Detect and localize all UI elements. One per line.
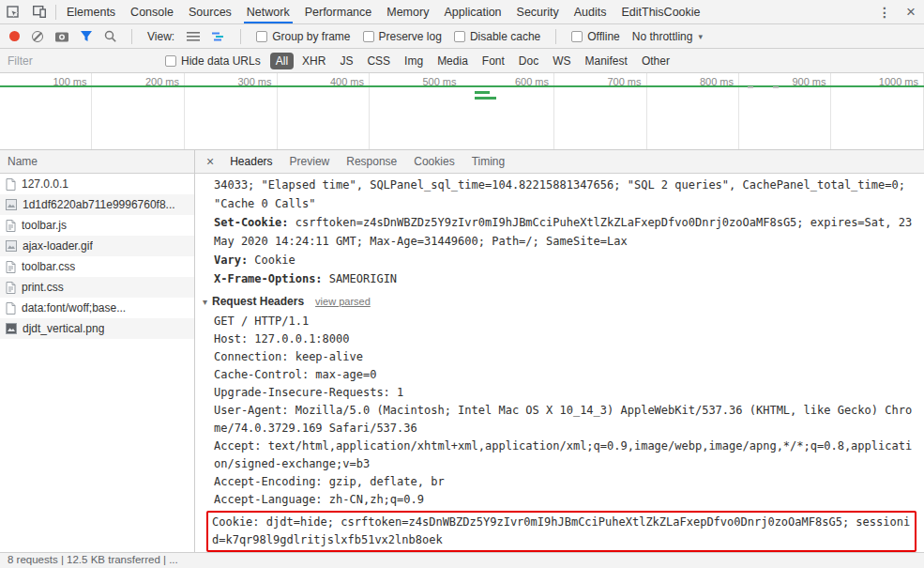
request-name: 127.0.0.1	[22, 177, 68, 191]
kebab-menu-icon[interactable]: ⋮	[871, 5, 898, 20]
image-icon	[6, 323, 17, 334]
ruler-tick: 200 ms	[93, 73, 186, 92]
preserve-log-label: Preserve log	[379, 30, 442, 43]
tab-detail-cookies[interactable]: Cookies	[405, 150, 462, 173]
request-header-raw: Upgrade-Insecure-Requests: 1	[214, 384, 916, 402]
tab-console[interactable]: Console	[123, 0, 181, 23]
tab-application[interactable]: Application	[436, 0, 508, 23]
divider	[55, 5, 56, 20]
request-row[interactable]: toolbar.css	[0, 256, 194, 277]
network-main: Name 127.0.0.1 1d1df6220ab711e9996760f8.…	[0, 150, 924, 552]
request-row[interactable]: 1d1df6220ab711e9996760f8...	[0, 194, 194, 215]
filter-pill-doc[interactable]: Doc	[513, 53, 544, 69]
preserve-log-checkbox[interactable]: Preserve log	[363, 30, 442, 43]
filter-pill-img[interactable]: Img	[399, 53, 429, 69]
tab-performance[interactable]: Performance	[297, 0, 380, 23]
clear-icon[interactable]	[32, 31, 43, 42]
request-row[interactable]: data:font/woff;base...	[0, 298, 194, 318]
tab-security[interactable]: Security	[509, 0, 567, 23]
show-overview-icon[interactable]	[212, 31, 225, 42]
disclosure-triangle-icon[interactable]: ▾	[203, 297, 207, 307]
tab-memory[interactable]: Memory	[379, 0, 436, 23]
throttling-select[interactable]: No throttling ▾	[632, 30, 703, 43]
font-icon	[6, 302, 16, 315]
tab-detail-timing[interactable]: Timing	[463, 150, 514, 173]
response-header: X-Frame-Options: SAMEORIGIN	[214, 269, 916, 288]
disable-cache-label: Disable cache	[470, 30, 540, 43]
status-summary: 8 requests | 12.5 KB transferred | ...	[8, 554, 178, 565]
hide-data-urls-label: Hide data URLs	[181, 54, 261, 68]
throttling-value: No throttling	[632, 30, 693, 43]
tab-editthiscookie[interactable]: EditThisCookie	[613, 0, 707, 23]
filter-pill-css[interactable]: CSS	[361, 53, 396, 69]
filter-pill-js[interactable]: JS	[334, 53, 358, 69]
filter-pill-all[interactable]: All	[270, 53, 294, 69]
close-devtools-icon[interactable]: ×	[898, 3, 924, 22]
close-detail-icon[interactable]: ×	[199, 154, 221, 169]
request-row[interactable]: print.css	[0, 277, 194, 298]
checkbox-box	[571, 31, 583, 42]
group-by-frame-checkbox[interactable]: Group by frame	[256, 30, 350, 43]
ruler-tick: 800 ms	[647, 73, 740, 92]
ruler-tick: 100 ms	[0, 73, 93, 92]
request-header-raw: Cache-Control: max-age=0	[214, 366, 916, 384]
resource-type-filters: All XHR JS CSS Img Media Font Doc WS Man…	[270, 53, 675, 69]
checkbox-box	[363, 31, 374, 42]
tab-audits[interactable]: Audits	[567, 0, 614, 23]
divider	[240, 29, 241, 44]
request-headers-title[interactable]: Request Headers	[212, 295, 304, 308]
tab-sources[interactable]: Sources	[181, 0, 239, 23]
large-rows-icon[interactable]	[187, 31, 200, 42]
disable-cache-checkbox[interactable]: Disable cache	[454, 30, 540, 43]
filter-input[interactable]	[8, 54, 156, 68]
cookie-header-raw: Cookie: djdt=hide; csrftoken=z4sDnWBZDz5…	[212, 514, 911, 549]
tab-elements[interactable]: Elements	[59, 0, 123, 23]
filter-pill-ws[interactable]: WS	[547, 53, 576, 69]
image-icon	[6, 240, 17, 252]
filter-pill-font[interactable]: Font	[477, 53, 510, 69]
request-row[interactable]: 127.0.0.1	[0, 174, 194, 194]
request-detail-panel: × Headers Preview Response Cookies Timin…	[195, 150, 924, 552]
screenshots-icon[interactable]	[55, 31, 68, 42]
network-overview[interactable]: 100 ms 200 ms 300 ms 400 ms 500 ms 600 m…	[0, 73, 924, 150]
hide-data-urls-checkbox[interactable]: Hide data URLs	[165, 54, 261, 68]
tab-detail-response[interactable]: Response	[338, 150, 405, 173]
tab-detail-headers[interactable]: Headers	[221, 150, 280, 173]
view-label: View:	[147, 30, 174, 43]
offline-checkbox[interactable]: Offline	[571, 30, 619, 43]
filter-pill-other[interactable]: Other	[636, 53, 675, 69]
tab-network[interactable]: Network	[239, 0, 297, 23]
ruler-tick: 600 ms	[462, 73, 555, 92]
device-toolbar-icon[interactable]	[26, 0, 53, 23]
request-row[interactable]: djdt_vertical.png	[0, 318, 194, 339]
waterfall-mark	[748, 86, 753, 88]
filter-icon[interactable]	[81, 31, 92, 42]
record-button[interactable]	[9, 31, 20, 41]
filter-pill-media[interactable]: Media	[432, 53, 474, 69]
headers-content: 34033; "Elapsed time", SQLPanel_sql_time…	[195, 174, 924, 552]
filter-pill-xhr[interactable]: XHR	[296, 53, 331, 69]
view-parsed-link[interactable]: view parsed	[315, 296, 371, 307]
checkbox-box	[256, 31, 267, 42]
request-headers-section: ▾ Request Headers view parsed	[203, 295, 916, 308]
detail-tabbar: × Headers Preview Response Cookies Timin…	[195, 150, 924, 174]
stylesheet-icon	[6, 261, 16, 273]
request-name: toolbar.js	[22, 219, 67, 232]
header-value: csrftoken=z4sDnWBZDz5Y9zIvr0mI9hJBmCciPu…	[214, 216, 912, 248]
script-icon	[6, 220, 16, 232]
offline-label: Offline	[587, 30, 619, 43]
filter-pill-manifest[interactable]: Manifest	[580, 53, 633, 69]
ruler-tick: 300 ms	[185, 73, 278, 92]
response-header: Set-Cookie: csrftoken=z4sDnWBZDz5Y9zIvr0…	[214, 213, 916, 251]
response-header: Vary: Cookie	[214, 251, 916, 269]
network-filter-bar: Hide data URLs All XHR JS CSS Img Media …	[0, 49, 924, 73]
search-icon[interactable]	[104, 30, 116, 42]
inspect-element-icon[interactable]	[0, 0, 26, 23]
request-row[interactable]: toolbar.js	[0, 215, 194, 236]
response-header-overflow: 34033; "Elapsed time", SQLPanel_sql_time…	[214, 176, 916, 213]
request-header-raw: GET / HTTP/1.1	[214, 313, 916, 330]
divider	[131, 29, 132, 44]
tab-detail-preview[interactable]: Preview	[281, 150, 339, 173]
name-column-header[interactable]: Name	[0, 150, 194, 174]
request-row[interactable]: ajax-loader.gif	[0, 236, 194, 256]
